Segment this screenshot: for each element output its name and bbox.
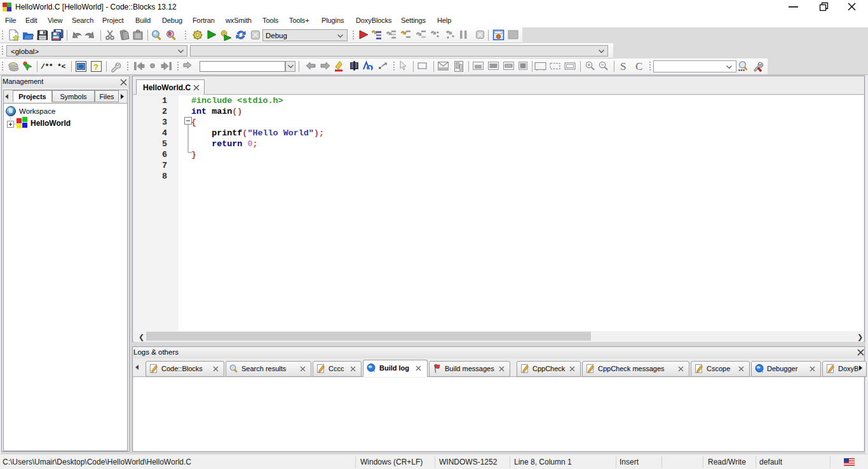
svg-text:?: ? bbox=[93, 62, 98, 72]
svg-text:S: S bbox=[620, 60, 626, 72]
svg-text:*<: *< bbox=[57, 62, 65, 71]
svg-text:/**: /** bbox=[41, 62, 53, 71]
svg-text:C: C bbox=[635, 60, 642, 72]
